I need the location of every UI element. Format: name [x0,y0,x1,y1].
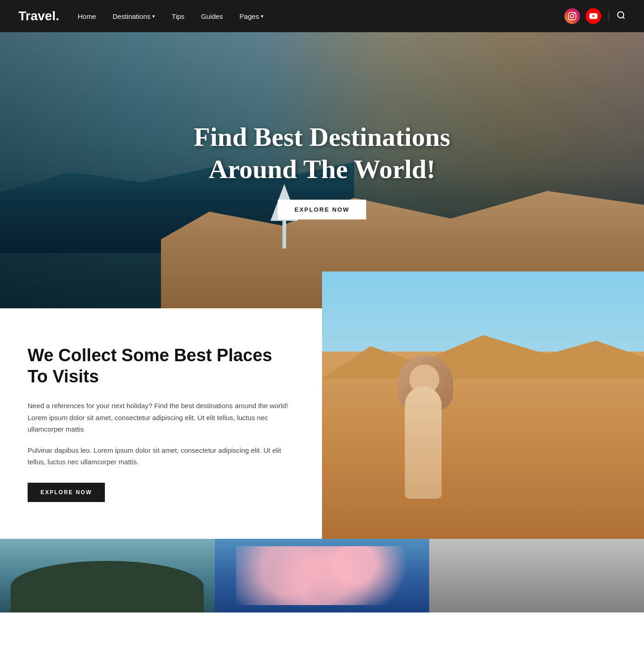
bottom-cards [0,539,644,612]
about-image [322,271,644,539]
desert-dunes [322,352,644,538]
nav-item-pages[interactable]: Pages ▾ [240,12,264,20]
hero-content: Find Best Destinations Around The World!… [161,121,483,219]
about-paragraph-1: Need a references for your next holiday?… [28,400,294,435]
nav-link-destinations[interactable]: Destinations ▾ [113,12,155,20]
chevron-down-icon: ▾ [152,13,155,19]
svg-point-0 [618,12,624,17]
youtube-button[interactable] [586,8,601,24]
nav-link-home[interactable]: Home [78,12,96,20]
nav-divider [609,11,609,22]
nav-link-guides[interactable]: Guides [201,12,223,20]
hero-section: Find Best Destinations Around The World!… [0,32,644,308]
nav-item-home[interactable]: Home [78,12,96,20]
card-item-2[interactable] [215,539,430,612]
instagram-button[interactable] [564,8,580,24]
card-item-1[interactable] [0,539,215,612]
search-icon [616,11,626,20]
about-explore-button[interactable]: EXPLORE NOW [28,483,105,502]
desert-person [386,338,469,498]
instagram-icon [568,12,576,20]
about-paragraph-2: Pulvinar dapibus leo. Lorem ipsum dolor … [28,445,294,468]
nav-right [564,8,626,24]
nav-item-tips[interactable]: Tips [172,12,184,20]
logo-text: Travel. [18,9,59,23]
about-left: We Collect Some Best Places To Visits Ne… [0,308,322,539]
about-title: We Collect Some Best Places To Visits [28,345,294,387]
nav-links: Home Destinations ▾ Tips Guides [78,12,264,20]
nav-item-destinations[interactable]: Destinations ▾ [113,12,155,20]
nav-item-guides[interactable]: Guides [201,12,223,20]
navbar: Travel. Home Destinations ▾ Tips [0,0,644,32]
nav-link-pages[interactable]: Pages ▾ [240,12,264,20]
card-item-3[interactable] [429,539,644,612]
nav-left: Travel. Home Destinations ▾ Tips [18,9,264,23]
about-section: We Collect Some Best Places To Visits Ne… [0,308,644,539]
hero-title: Find Best Destinations Around The World! [161,121,483,185]
chevron-down-icon: ▾ [261,13,264,19]
search-button[interactable] [616,11,626,22]
hero-explore-button[interactable]: EXPLORE NOW [278,200,366,219]
nav-link-tips[interactable]: Tips [172,12,184,20]
youtube-icon [589,12,598,20]
person-body [405,387,442,499]
site-logo[interactable]: Travel. [18,9,59,23]
about-right [322,308,644,539]
